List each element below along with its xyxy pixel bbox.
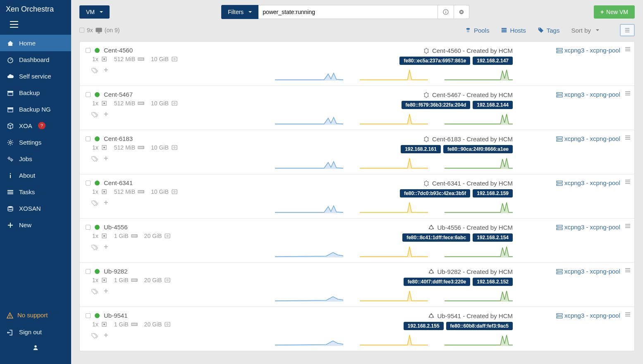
filters-dropdown[interactable]: Filters	[221, 5, 258, 19]
svg-rect-119	[557, 316, 562, 318]
signout-button[interactable]: Sign out	[0, 324, 71, 340]
add-tag-button[interactable]: +	[104, 66, 108, 74]
ip-badge[interactable]: fe80::8c41:1dff:fece:6abc	[402, 233, 470, 242]
svg-point-72	[557, 181, 558, 182]
vm-checkbox[interactable]	[86, 48, 91, 53]
status-dot-running	[95, 92, 100, 97]
add-tag-button[interactable]: +	[104, 331, 108, 339]
add-tag-button[interactable]: +	[104, 198, 108, 207]
sidebar-item-dashboard[interactable]: Dashboard	[0, 51, 71, 68]
add-tag-button[interactable]: +	[104, 110, 108, 118]
filter-hosts[interactable]: Hosts	[501, 27, 526, 34]
ip-badge[interactable]: 192.168.2.155	[404, 322, 444, 330]
new-vm-button[interactable]: +New VM	[594, 5, 635, 19]
vm-ram: 512 MiB	[114, 188, 135, 195]
ip-badge[interactable]: fe80::7dc0:b93c:42ea:3b5f	[400, 189, 470, 197]
search-info-button[interactable]	[438, 5, 454, 19]
host-link[interactable]: xcpng3 - xcpng-pool	[556, 135, 620, 142]
ip-badge[interactable]: fe80::60b8:daff:fef3:9ac5	[446, 322, 513, 330]
sidebar-item-settings[interactable]: Settings	[0, 134, 71, 150]
row-menu-button[interactable]	[624, 90, 631, 98]
svg-rect-24	[96, 28, 102, 32]
row-menu-button[interactable]	[624, 178, 631, 186]
sidebar-item-backup[interactable]: Backup	[0, 84, 71, 101]
no-support-warning[interactable]: No support	[0, 307, 71, 324]
sidebar-item-about[interactable]: About	[0, 167, 71, 183]
svg-point-28	[539, 28, 540, 29]
svg-rect-63	[625, 137, 630, 138]
sidebar-item-xosan[interactable]: XOSAN	[0, 200, 71, 216]
add-tag-button[interactable]: +	[104, 243, 108, 251]
row-menu-button[interactable]	[624, 46, 631, 54]
search-clear-button[interactable]	[454, 5, 469, 19]
sidebar-item-backup-ng[interactable]: Backup NG	[0, 101, 71, 117]
row-menu-button[interactable]	[624, 223, 631, 231]
host-link[interactable]: xcpng3 - xcpng-pool	[556, 224, 620, 231]
svg-rect-25	[502, 28, 507, 29]
vm-checkbox[interactable]	[86, 269, 91, 274]
ip-badge[interactable]: 192.168.2.154	[473, 233, 513, 242]
ip-badge[interactable]: 192.168.2.147	[473, 57, 513, 65]
vm-row[interactable]: Cent-5467 1x 512 MiB 10 GiB + Cent-5467 …	[80, 86, 634, 130]
row-menu-button[interactable]	[624, 134, 631, 142]
vm-type-dropdown[interactable]: VM	[79, 5, 110, 19]
ip-badge[interactable]: fe80::90ca:24f0:8666:a1ee	[443, 145, 513, 153]
menu-toggle[interactable]	[0, 19, 71, 35]
ip-badge[interactable]: 192.168.2.161	[401, 145, 441, 153]
ram-sparkline	[360, 290, 428, 302]
sidebar-item-new[interactable]: New	[0, 216, 71, 233]
ip-badge[interactable]: fe80::f679:36b3:22fa:204d	[402, 101, 471, 109]
sidebar-item-xoa[interactable]: XOA ?	[0, 117, 71, 134]
host-link[interactable]: xcpng3 - xcpng-pool	[556, 179, 620, 186]
add-tag-button[interactable]: +	[104, 287, 108, 295]
vm-name: Cent-6341	[104, 179, 133, 186]
vm-row[interactable]: Cent-6341 1x 512 MiB 10 GiB + Cent-6341 …	[80, 174, 634, 219]
ip-badge[interactable]: 192.168.2.152	[473, 278, 513, 286]
sidebar-item-tasks[interactable]: Tasks	[0, 183, 71, 200]
user-avatar[interactable]	[0, 340, 71, 356]
ip-badge[interactable]: fe80::40f7:ddff:fee3:220e	[404, 278, 470, 286]
vm-checkbox[interactable]	[86, 313, 91, 318]
server-icon	[556, 91, 563, 98]
ip-badge[interactable]: 192.168.2.159	[473, 189, 513, 197]
row-menu-button[interactable]	[624, 311, 631, 319]
sort-by-dropdown[interactable]: Sort by	[571, 27, 599, 34]
tags-icon	[91, 67, 98, 74]
signout-icon	[7, 328, 14, 336]
vm-row[interactable]: Ub-4556 1x 1 GiB 20 GiB + Ub-4556 - Crea…	[80, 219, 634, 263]
filter-pools[interactable]: Pools	[465, 27, 490, 34]
vm-checkbox[interactable]	[86, 136, 91, 141]
sidebar-item-self-service[interactable]: Self service	[0, 68, 71, 84]
svg-rect-1	[10, 24, 18, 25]
row-menu-button[interactable]	[624, 267, 631, 275]
svg-rect-4	[7, 91, 13, 92]
ip-badge[interactable]: 192.168.2.144	[473, 101, 513, 109]
vm-row[interactable]: Ub-9541 1x 1 GiB 20 GiB + Ub-9541 - Crea…	[80, 307, 634, 351]
ram-sparkline	[360, 246, 428, 257]
vm-cpu-count: 1x	[92, 56, 98, 62]
no-support-label: No support	[17, 312, 48, 319]
ip-badge[interactable]: fe80::ec5a:237a:6957:861e	[399, 57, 470, 65]
vm-disk: 20 GiB	[144, 321, 162, 328]
cpu-sparkline	[275, 334, 343, 346]
host-link[interactable]: xcpng3 - xcpng-pool	[556, 91, 620, 98]
vm-row[interactable]: Cent-6183 1x 512 MiB 10 GiB + Cent-6183 …	[80, 130, 634, 174]
vm-ram: 512 MiB	[114, 56, 135, 62]
vm-checkbox[interactable]	[86, 181, 91, 186]
sidebar-item-jobs[interactable]: Jobs	[0, 150, 71, 167]
sidebar-item-home[interactable]: Home	[0, 35, 71, 51]
vm-count: 9x	[87, 27, 93, 33]
search-input[interactable]	[258, 5, 438, 19]
host-link[interactable]: xcpng3 - xcpng-pool	[556, 312, 620, 319]
svg-rect-112	[165, 322, 170, 326]
vm-row[interactable]: Cent-4560 1x 512 MiB 10 GiB + Cent-4560 …	[80, 42, 634, 86]
host-link[interactable]: xcpng3 - xcpng-pool	[556, 268, 620, 275]
add-tag-button[interactable]: +	[104, 154, 108, 162]
view-toggle[interactable]	[620, 24, 635, 36]
filter-tags[interactable]: Tags	[538, 27, 560, 34]
vm-checkbox[interactable]	[86, 225, 91, 230]
host-link[interactable]: xcpng3 - xcpng-pool	[556, 47, 620, 54]
vm-row[interactable]: Ub-9282 1x 1 GiB 20 GiB + Ub-9282 - Crea…	[80, 263, 634, 307]
vm-checkbox[interactable]	[86, 92, 91, 97]
select-all-checkbox[interactable]	[79, 28, 84, 33]
